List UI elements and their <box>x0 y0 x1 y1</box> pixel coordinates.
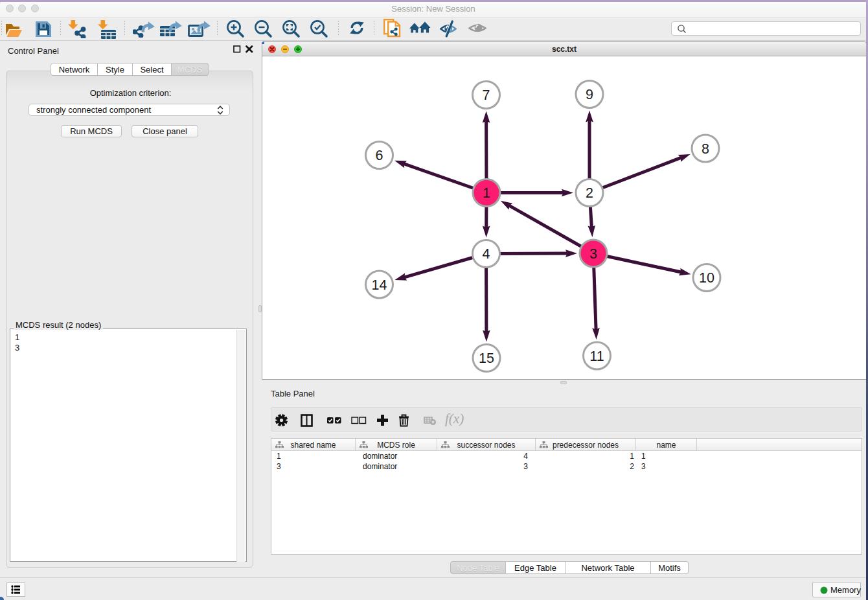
svg-text:11: 11 <box>589 349 604 364</box>
svg-text:10: 10 <box>699 270 714 286</box>
svg-text:2: 2 <box>586 185 593 201</box>
svg-text:6: 6 <box>376 148 383 163</box>
svg-text:4: 4 <box>483 246 490 262</box>
svg-text:15: 15 <box>479 351 494 366</box>
svg-text:14: 14 <box>372 277 387 293</box>
svg-text:1: 1 <box>483 185 490 201</box>
svg-text:3: 3 <box>589 246 597 262</box>
svg-text:8: 8 <box>702 141 709 157</box>
svg-text:9: 9 <box>586 87 593 102</box>
svg-text:7: 7 <box>483 87 490 103</box>
